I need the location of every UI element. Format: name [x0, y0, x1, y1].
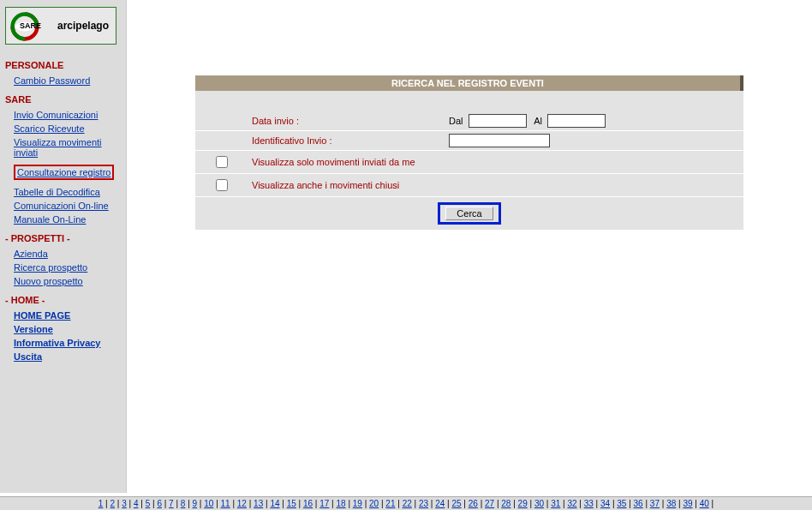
solo-movimenti-checkbox-cell	[195, 151, 247, 174]
page-link[interactable]: 34	[600, 499, 610, 508]
nav-link[interactable]: Versione	[14, 324, 121, 334]
nav-link[interactable]: Invio Comunicazioni	[14, 110, 121, 120]
page-link[interactable]: 2	[110, 499, 116, 508]
al-label: Al	[534, 116, 542, 126]
page-link[interactable]: 5	[146, 499, 151, 508]
nav-link[interactable]: Visualizza movimenti inviati	[14, 137, 121, 158]
identificativo-label: Identificativo Invio :	[247, 131, 444, 151]
solo-movimenti-checkbox[interactable]	[216, 156, 228, 168]
page-link[interactable]: 35	[617, 499, 626, 508]
nav-link[interactable]: Scarico Ricevute	[14, 123, 121, 134]
page-link[interactable]: 15	[287, 499, 296, 508]
solo-movimenti-label: Visualizza solo movimenti inviati da me	[247, 151, 743, 174]
data-invio-inputs: Dal Al	[444, 111, 743, 131]
sidebar: SARE arcipelago PERSONALECambio Password…	[0, 0, 127, 493]
page-link[interactable]: 28	[501, 499, 510, 508]
page-link[interactable]: 25	[451, 499, 461, 508]
nav-link[interactable]: Tabelle di Decodifica	[14, 187, 121, 197]
nav-link[interactable]: Comunicazioni On-line	[14, 201, 121, 211]
page-link[interactable]: 8	[181, 499, 186, 508]
page-link[interactable]: 13	[254, 499, 263, 508]
nav-link[interactable]: Manuale On-Line	[14, 214, 121, 225]
page-link[interactable]: 39	[683, 499, 692, 508]
page-link[interactable]: 18	[337, 499, 346, 508]
page-link[interactable]: 12	[237, 499, 247, 508]
logo-badge: SARE	[20, 21, 41, 30]
page-link[interactable]: 24	[435, 499, 445, 508]
page-link[interactable]: 19	[353, 499, 362, 508]
page-link[interactable]: 37	[650, 499, 660, 508]
movimenti-chiusi-checkbox-cell	[195, 174, 247, 197]
nav-link[interactable]: Azienda	[14, 249, 121, 259]
movimenti-chiusi-checkbox[interactable]	[216, 179, 228, 191]
page-link[interactable]: 1	[99, 499, 104, 508]
nav-link[interactable]: Uscita	[14, 351, 121, 362]
page-link[interactable]: 9	[193, 499, 198, 508]
search-row: Cerca	[195, 197, 743, 231]
al-input[interactable]	[547, 114, 606, 128]
nav-link[interactable]: Nuovo prospetto	[14, 276, 121, 286]
page-link[interactable]: 17	[319, 499, 329, 508]
page-link[interactable]: 30	[534, 499, 544, 508]
dal-label: Dal	[449, 116, 463, 126]
page-link[interactable]: 23	[419, 499, 428, 508]
logo-text: arcipelago	[57, 20, 109, 32]
page-link[interactable]: 11	[221, 499, 230, 508]
logo: SARE arcipelago	[5, 7, 116, 45]
empty-cell	[195, 111, 247, 131]
page-link[interactable]: 4	[134, 499, 139, 508]
page-link[interactable]: 22	[403, 499, 412, 508]
page-link[interactable]: 40	[700, 499, 709, 508]
page-link[interactable]: 26	[469, 499, 478, 508]
pagination-footer: 1 | 2 | 3 | 4 | 5 | 6 | 7 | 8 | 9 | 10 |…	[0, 496, 812, 510]
nav-link[interactable]: Consultazione registro	[14, 165, 114, 180]
nav-link[interactable]: Ricerca prospetto	[14, 262, 121, 273]
page-link[interactable]: 14	[270, 499, 279, 508]
page-link[interactable]: 29	[518, 499, 528, 508]
page-link[interactable]: 33	[584, 499, 594, 508]
movimenti-chiusi-label: Visualizza anche i movimenti chiusi	[247, 174, 743, 197]
identificativo-input-cell	[444, 131, 743, 151]
page-link[interactable]: 36	[634, 499, 643, 508]
nav-section-title: - HOME -	[5, 295, 121, 305]
nav-section-title: PERSONALE	[5, 60, 121, 70]
data-invio-label: Data invio :	[247, 111, 444, 131]
page-link[interactable]: 3	[122, 499, 127, 508]
nav-section-title: - PROSPETTI -	[5, 233, 121, 243]
page-link[interactable]: 20	[369, 499, 379, 508]
page-link[interactable]: 32	[567, 499, 576, 508]
page-link[interactable]: 21	[385, 499, 395, 508]
page-link[interactable]: 38	[666, 499, 676, 508]
search-button[interactable]: Cerca	[445, 207, 493, 220]
form-title: RICERCA NEL REGISTRO EVENTI	[195, 75, 743, 91]
page-link[interactable]: 6	[157, 499, 162, 508]
main-content: RICERCA NEL REGISTRO EVENTI Data invio :…	[127, 0, 812, 493]
nav-link[interactable]: Cambio Password	[14, 75, 121, 86]
nav-link[interactable]: Informativa Privacy	[14, 338, 121, 348]
form-subheader	[195, 91, 743, 111]
identificativo-input[interactable]	[449, 134, 550, 147]
empty-cell	[195, 131, 247, 151]
page-link[interactable]: 31	[551, 499, 560, 508]
page-link[interactable]: 10	[204, 499, 213, 508]
page-link[interactable]: 7	[169, 499, 174, 508]
page-link[interactable]: 16	[303, 499, 313, 508]
nav-section-title: SARE	[5, 94, 121, 105]
dal-input[interactable]	[469, 114, 527, 128]
nav-link[interactable]: HOME PAGE	[14, 310, 121, 321]
page-link[interactable]: 27	[485, 499, 494, 508]
search-button-highlight: Cerca	[438, 202, 500, 225]
